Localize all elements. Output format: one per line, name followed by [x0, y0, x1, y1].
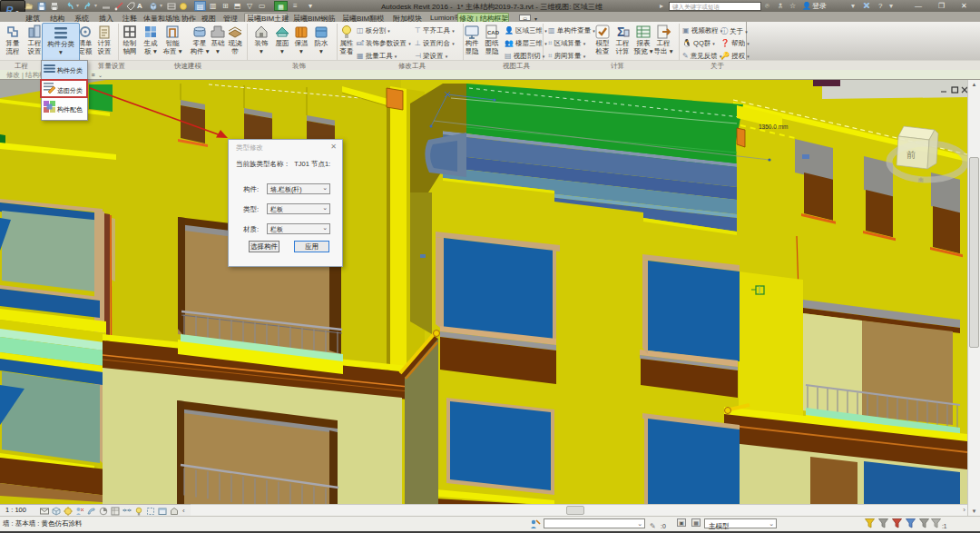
- svg-text:前: 前: [906, 150, 916, 160]
- svg-text:Σ: Σ: [617, 25, 624, 39]
- svg-text:南: 南: [918, 177, 924, 183]
- svg-text:1350.0 mm: 1350.0 mm: [759, 123, 789, 130]
- svg-text:CAD: CAD: [487, 30, 500, 35]
